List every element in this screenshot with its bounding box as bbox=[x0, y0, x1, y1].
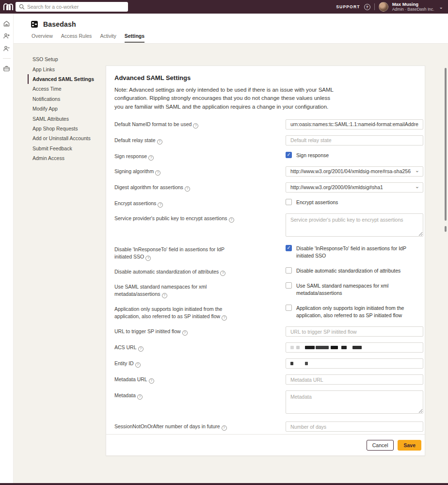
scrollbar-thumb-small[interactable] bbox=[445, 226, 447, 232]
help-icon[interactable]: ? bbox=[157, 139, 162, 145]
help-icon[interactable]: ? bbox=[182, 330, 188, 336]
sessionnotonorafter-number-of-days-in-future-input[interactable] bbox=[286, 421, 423, 432]
content-area: SSO SetupApp LinksAdvanced SAML Settings… bbox=[14, 44, 448, 483]
briefcase-icon[interactable] bbox=[3, 65, 11, 72]
help-icon[interactable]: ? bbox=[148, 155, 154, 161]
add-person-icon[interactable] bbox=[3, 32, 11, 40]
chevron-down-icon[interactable]: ⌄ bbox=[439, 4, 443, 10]
form-row-service-provider-s-public-key-to-encrypt-assertions: Service provider's public key to encrypt… bbox=[114, 213, 422, 239]
service-provider-s-public-key-to-encrypt-assertions-textarea[interactable] bbox=[286, 213, 423, 237]
help-icon[interactable]: ? bbox=[222, 315, 227, 321]
search-input[interactable] bbox=[16, 2, 128, 12]
remove-person-icon[interactable] bbox=[3, 45, 11, 52]
checkbox-unchecked-icon[interactable] bbox=[286, 199, 292, 205]
help-icon[interactable]: ? bbox=[193, 123, 198, 129]
form-row-encrypt-assertions: Encrypt assertions?Encrypt assertions bbox=[114, 198, 422, 208]
field-label: Application only supports login initiate… bbox=[114, 304, 286, 321]
save-button[interactable]: Save bbox=[398, 440, 421, 451]
redacted-value-block bbox=[296, 346, 300, 349]
default-nameid-format-to-be-used-input[interactable] bbox=[286, 119, 423, 129]
help-icon[interactable]: ? bbox=[220, 271, 225, 276]
support-link[interactable]: SUPPORT bbox=[336, 4, 360, 9]
sidebar-item-submit-feedback[interactable]: Submit Feedback bbox=[28, 144, 105, 153]
rippling-logo-icon[interactable] bbox=[3, 2, 14, 11]
disable-automatic-standardization-of-attributes-checkbox[interactable]: Disable automatic standardization of att… bbox=[286, 267, 423, 275]
field-label: ACS URL? bbox=[114, 342, 286, 353]
form-row-url-to-trigger-sp-initited-flow: URL to trigger SP initited flow? bbox=[114, 326, 422, 337]
sidebar-item-notifications[interactable]: Notifications bbox=[28, 94, 105, 104]
sidebar-item-saml-attributes[interactable]: SAML Attributes bbox=[28, 113, 105, 123]
sidebar-item-sso-setup[interactable]: SSO Setup bbox=[28, 54, 105, 64]
redacted-value-block bbox=[305, 362, 308, 365]
help-icon[interactable]: ? bbox=[222, 425, 227, 431]
user-name: Max Musing bbox=[392, 2, 434, 7]
checkbox-unchecked-icon[interactable] bbox=[286, 305, 292, 311]
sidebar-item-advanced-saml-settings[interactable]: Advanced SAML Settings bbox=[28, 74, 105, 84]
entity-id-input-redacted[interactable] bbox=[286, 358, 423, 369]
tab-access-rules[interactable]: Access Rules bbox=[61, 33, 92, 43]
saml-settings-form: Default NameID format to be used?Default… bbox=[114, 119, 422, 432]
user-avatar[interactable] bbox=[379, 2, 388, 12]
settings-sidebar: SSO SetupApp LinksAdvanced SAML Settings… bbox=[28, 54, 105, 163]
sidebar-item-admin-access[interactable]: Admin Access bbox=[28, 153, 105, 163]
help-icon[interactable]: ? bbox=[145, 256, 151, 261]
tab-settings[interactable]: Settings bbox=[125, 33, 144, 43]
help-icon[interactable]: ? bbox=[149, 378, 154, 384]
basedash-logo bbox=[31, 21, 38, 28]
help-icon[interactable]: ? bbox=[158, 202, 163, 208]
metadata-textarea[interactable] bbox=[286, 390, 423, 414]
form-row-disable-inresponseto-field-in-assertions-for-idp-initiated-sso: Disable 'InResponseTo' field in assertio… bbox=[114, 244, 422, 261]
tab-overview[interactable]: Overview bbox=[32, 33, 53, 43]
help-icon[interactable]: ? bbox=[364, 4, 370, 10]
field-label: Metadata URL? bbox=[114, 374, 286, 385]
field-label: Sign response? bbox=[114, 151, 286, 161]
redacted-value-block bbox=[290, 346, 294, 349]
help-icon[interactable]: ? bbox=[229, 217, 234, 223]
sidebar-item-app-shop-requests[interactable]: App Shop Requests bbox=[28, 124, 105, 133]
sidebar-item-access-time[interactable]: Access Time bbox=[28, 84, 105, 94]
help-icon[interactable]: ? bbox=[137, 394, 143, 400]
sidebar-item-modify-app[interactable]: Modify App bbox=[28, 104, 105, 113]
sidebar-item-app-links[interactable]: App Links bbox=[28, 64, 105, 74]
encrypt-assertions-checkbox[interactable]: Encrypt assertions bbox=[286, 198, 423, 206]
checkbox-checked-icon[interactable] bbox=[286, 152, 292, 158]
advanced-saml-settings-panel: Advanced SAML Settings Note: Advanced se… bbox=[106, 65, 425, 456]
sidebar-item-add-or-uninstall-accounts[interactable]: Add or Uninstall Accounts bbox=[28, 133, 105, 143]
checkbox-checked-icon[interactable] bbox=[286, 245, 292, 251]
icon-rail bbox=[0, 14, 14, 483]
tab-activity[interactable]: Activity bbox=[100, 33, 116, 43]
use-saml-standard-namespaces-for-xml-metadata-assertions-checkbox[interactable]: Use SAML standard namespaces for xml met… bbox=[286, 282, 423, 297]
checkbox-unchecked-icon[interactable] bbox=[286, 282, 292, 289]
field-label: Service provider's public key to encrypt… bbox=[114, 213, 286, 239]
rail-divider bbox=[3, 58, 11, 59]
cancel-button[interactable]: Cancel bbox=[367, 440, 394, 451]
page-title: Basedash bbox=[43, 20, 76, 28]
form-row-entity-id: Entity ID? bbox=[114, 358, 422, 369]
panel-title: Advanced SAML Settings bbox=[114, 74, 422, 81]
user-menu[interactable]: Max Musing Admin · BaseDash Inc. bbox=[392, 2, 434, 12]
home-icon[interactable] bbox=[3, 19, 11, 27]
checkbox-unchecked-icon[interactable] bbox=[286, 267, 292, 274]
disable-inresponseto-field-in-assertions-for-idp-initiated-sso-checkbox[interactable]: Disable 'InResponseTo' field in assertio… bbox=[286, 244, 423, 259]
app-header: Basedash OverviewAccess RulesActivitySet… bbox=[14, 14, 448, 44]
form-row-sign-response: Sign response?Sign response bbox=[114, 151, 422, 161]
chevron-down-icon: ⌄ bbox=[415, 183, 419, 190]
signing-algorithm-select[interactable]: http://www.w3.org/2001/04/xmldsig-more#r… bbox=[286, 166, 423, 177]
application-only-supports-login-initiated-from-the-application-also-referred-to-as-sp-initiated-flow-checkbox[interactable]: Application only supports login initiate… bbox=[286, 304, 423, 319]
help-icon[interactable]: ? bbox=[185, 186, 190, 192]
help-icon[interactable]: ? bbox=[135, 362, 141, 368]
help-icon[interactable]: ? bbox=[138, 346, 144, 352]
default-relay-state-input[interactable] bbox=[286, 135, 423, 146]
field-label: Default NameID format to be used? bbox=[114, 119, 286, 129]
scrollbar-thumb[interactable] bbox=[445, 68, 447, 221]
help-icon[interactable]: ? bbox=[162, 293, 167, 298]
acs-url-input-redacted[interactable] bbox=[286, 342, 423, 353]
help-icon[interactable]: ? bbox=[155, 170, 160, 176]
digest-algorithm-for-assertions-select[interactable]: http://www.w3.org/2000/09/xmldsig#sha1⌄ bbox=[286, 182, 423, 193]
field-label: Metadata? bbox=[114, 390, 286, 416]
metadata-url-input[interactable] bbox=[286, 374, 423, 385]
tab-bar: OverviewAccess RulesActivitySettings bbox=[14, 33, 448, 43]
url-to-trigger-sp-initited-flow-input[interactable] bbox=[286, 326, 423, 337]
panel-footer: Cancel Save bbox=[106, 434, 425, 455]
sign-response-checkbox[interactable]: Sign response bbox=[286, 151, 423, 159]
